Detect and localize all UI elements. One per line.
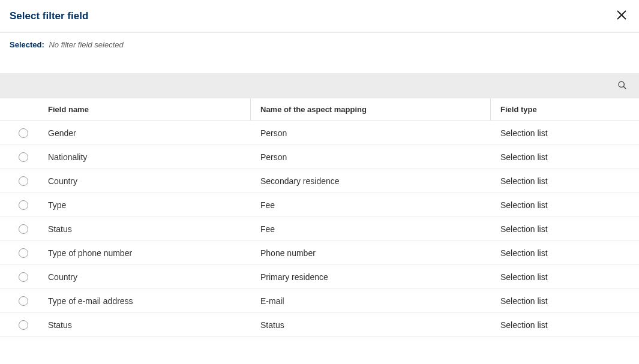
selected-label: Selected: xyxy=(10,40,44,49)
close-icon[interactable] xyxy=(614,7,629,25)
radio-button[interactable] xyxy=(19,320,28,330)
row-aspect-mapping: Secondary residence xyxy=(251,169,491,192)
search-bar[interactable] xyxy=(0,73,639,98)
row-radio-cell xyxy=(0,224,47,234)
radio-button[interactable] xyxy=(19,272,28,282)
table-row[interactable]: TypeFeeSelection list xyxy=(0,193,639,217)
row-field-type: Selection list xyxy=(491,169,639,192)
row-radio-cell xyxy=(0,128,47,138)
row-aspect-mapping: Phone number xyxy=(251,241,491,264)
row-field-name: Country xyxy=(47,169,251,192)
row-field-name: Gender xyxy=(47,121,251,145)
row-radio-cell xyxy=(0,152,47,162)
svg-line-3 xyxy=(623,86,626,89)
row-field-type: Selection list xyxy=(491,241,639,264)
search-icon[interactable] xyxy=(617,80,627,92)
dialog-header: Select filter field xyxy=(0,0,639,33)
table-row[interactable]: StatusStatusSelection list xyxy=(0,313,639,337)
table-row[interactable]: StatusFeeSelection list xyxy=(0,217,639,241)
row-field-type: Selection list xyxy=(491,193,639,216)
row-radio-cell xyxy=(0,272,47,282)
col-header-field-type[interactable]: Field type xyxy=(491,98,639,121)
row-radio-cell xyxy=(0,200,47,210)
row-field-name: Status xyxy=(47,313,251,336)
svg-point-2 xyxy=(619,82,624,87)
selected-bar: Selected: No filter field selected xyxy=(0,33,639,54)
radio-button[interactable] xyxy=(19,128,28,138)
radio-button[interactable] xyxy=(19,200,28,210)
row-field-name: Type of phone number xyxy=(47,241,251,264)
table-header: Field name Name of the aspect mapping Fi… xyxy=(0,98,639,121)
radio-button[interactable] xyxy=(19,152,28,162)
row-aspect-mapping: Person xyxy=(251,145,491,169)
row-radio-cell xyxy=(0,176,47,186)
radio-button[interactable] xyxy=(19,248,28,258)
row-field-type: Selection list xyxy=(491,289,639,312)
col-header-aspect-mapping[interactable]: Name of the aspect mapping xyxy=(251,98,491,121)
row-field-name: Country xyxy=(47,265,251,288)
row-aspect-mapping: Status xyxy=(251,313,491,336)
table-row[interactable]: NationalityPersonSelection list xyxy=(0,145,639,169)
row-field-type: Selection list xyxy=(491,217,639,240)
row-aspect-mapping: E-mail xyxy=(251,289,491,312)
table-row[interactable]: Type of phone numberPhone numberSelectio… xyxy=(0,241,639,265)
col-header-field-name[interactable]: Field name xyxy=(47,98,251,121)
row-aspect-mapping: Primary residence xyxy=(251,265,491,288)
radio-button[interactable] xyxy=(19,224,28,234)
row-field-name: Type xyxy=(47,193,251,216)
table-row[interactable]: Type of e-mail addressE-mailSelection li… xyxy=(0,289,639,313)
row-aspect-mapping: Fee xyxy=(251,217,491,240)
row-field-type: Selection list xyxy=(491,265,639,288)
row-field-type: Selection list xyxy=(491,121,639,145)
table-body: GenderPersonSelection listNationalityPer… xyxy=(0,121,639,337)
radio-button[interactable] xyxy=(19,176,28,186)
row-aspect-mapping: Fee xyxy=(251,193,491,216)
table-row[interactable]: CountryPrimary residenceSelection list xyxy=(0,265,639,289)
row-aspect-mapping: Person xyxy=(251,121,491,145)
table-row[interactable]: GenderPersonSelection list xyxy=(0,121,639,145)
radio-button[interactable] xyxy=(19,296,28,306)
row-radio-cell xyxy=(0,320,47,330)
selected-value: No filter field selected xyxy=(49,40,123,49)
row-radio-cell xyxy=(0,248,47,258)
row-field-name: Status xyxy=(47,217,251,240)
row-field-name: Nationality xyxy=(47,145,251,169)
row-field-name: Type of e-mail address xyxy=(47,289,251,312)
row-field-type: Selection list xyxy=(491,313,639,336)
row-field-type: Selection list xyxy=(491,145,639,169)
dialog-title: Select filter field xyxy=(10,10,88,22)
table-row[interactable]: CountrySecondary residenceSelection list xyxy=(0,169,639,193)
row-radio-cell xyxy=(0,296,47,306)
